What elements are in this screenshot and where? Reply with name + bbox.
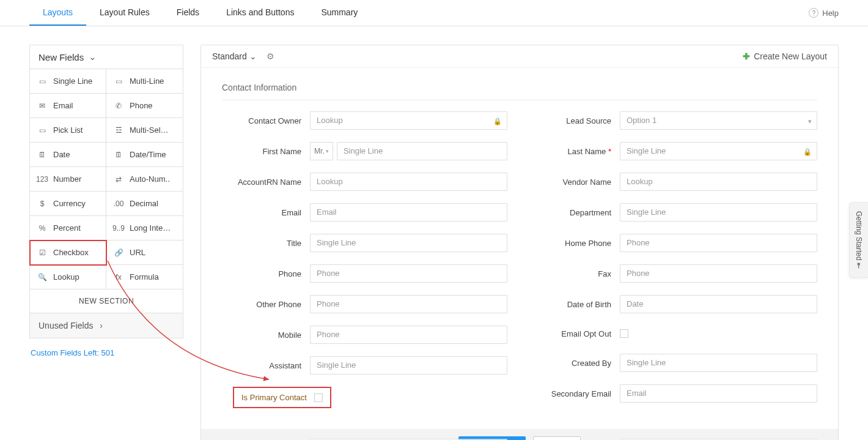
palette-field-phone[interactable]: ✆Phone — [106, 94, 183, 118]
is-primary-checkbox[interactable] — [314, 393, 323, 402]
field-input[interactable]: Option 1 — [620, 111, 817, 130]
field-input[interactable]: Lookup — [620, 173, 817, 191]
field-label: Contact Owner — [222, 116, 301, 125]
field-input[interactable]: Date — [620, 295, 817, 313]
tab-summary[interactable]: Summary — [307, 0, 371, 26]
create-new-layout-button[interactable]: ✚ Create New Layout — [743, 51, 827, 61]
palette-field-url[interactable]: 🔗URL — [106, 241, 183, 265]
form-field: Created BySingle Line — [532, 348, 817, 378]
form-field: PhonePhone — [222, 258, 507, 289]
field-palette: New Fields ⌄ ▭Single Line▭Multi-Line✉Ema… — [29, 45, 183, 367]
email-icon: ✉ — [37, 102, 47, 110]
unused-fields-label: Unused Fields — [39, 321, 94, 330]
plus-icon: ✚ — [743, 51, 750, 61]
palette-field-long-inte-[interactable]: 9..9Long Inte… — [106, 216, 183, 241]
palette-field-label: Pick List — [53, 125, 83, 135]
field-input[interactable]: Single Line — [337, 142, 507, 160]
form-field: Lead SourceOption 1 — [532, 105, 817, 136]
form-field: EmailEmail — [222, 197, 507, 228]
palette-field-currency[interactable]: $Currency — [30, 192, 106, 216]
form-field: Date of BirthDate — [532, 289, 817, 319]
field-input[interactable]: Phone — [620, 234, 817, 252]
phone-icon: ✆ — [114, 102, 123, 110]
lock-icon: 🔒 — [493, 116, 502, 126]
palette-field-checkbox[interactable]: ☑Checkbox — [30, 241, 106, 265]
section-title: Contact Information — [222, 83, 817, 100]
palette-field-auto-num-[interactable]: ⇄Auto-Num.. — [106, 167, 183, 192]
field-label: Phone — [222, 269, 301, 278]
field-input[interactable]: Email — [310, 203, 507, 222]
form-field: First NameMr.Single Line — [222, 136, 507, 166]
field-input[interactable]: Single Line — [620, 354, 817, 372]
palette-field-percent[interactable]: %Percent — [30, 216, 106, 241]
palette-field-multi-line[interactable]: ▭Multi-Line — [106, 69, 183, 94]
custom-fields-count: Custom Fields Left: 501 — [29, 338, 183, 367]
field-label: Vendor Name — [532, 177, 611, 187]
field-label: Mobile — [222, 330, 301, 340]
form-field: Vendor NameLookup — [532, 166, 817, 197]
palette-field-multi-sel-[interactable]: ☲Multi-Sel… — [106, 118, 183, 143]
decimal-icon: .00 — [114, 199, 123, 208]
field-input[interactable]: Single Line — [310, 356, 507, 375]
palette-field-label: Checkbox — [53, 248, 89, 257]
date/time-icon: 🗓 — [114, 151, 123, 159]
palette-field-label: Phone — [130, 101, 153, 110]
palette-field-label: Number — [53, 174, 81, 184]
palette-field-label: Decimal — [130, 199, 158, 208]
layout-selector[interactable]: Standard ⌄ — [212, 51, 256, 61]
palette-field-label: Email — [53, 101, 73, 110]
checkbox-input[interactable] — [620, 329, 628, 338]
palette-field-email[interactable]: ✉Email — [30, 94, 106, 118]
field-input[interactable]: Phone — [310, 326, 507, 344]
form-field: Other PhonePhone — [222, 289, 507, 319]
tab-layouts[interactable]: Layouts — [29, 0, 86, 26]
cancel-button[interactable]: Cancel — [533, 436, 581, 440]
form-field: TitleSingle Line — [222, 228, 507, 258]
palette-field-label: Single Line — [53, 76, 92, 86]
save-button[interactable]: Save Layout — [458, 436, 526, 440]
palette-field-decimal[interactable]: .00Decimal — [106, 192, 183, 216]
new-fields-dropdown[interactable]: New Fields ⌄ — [29, 45, 183, 69]
palette-field-label: Formula — [130, 272, 159, 282]
salutation-select[interactable]: Mr. — [310, 142, 333, 160]
palette-field-lookup[interactable]: 🔍Lookup — [30, 265, 106, 289]
help-link[interactable]: ? Help — [809, 8, 839, 18]
auto-num--icon: ⇄ — [114, 175, 123, 184]
field-label: Email Opt Out — [532, 329, 611, 338]
checkbox-icon: ☑ — [37, 248, 47, 257]
field-label: Title — [222, 239, 301, 248]
field-input[interactable]: Phone — [620, 264, 817, 283]
field-input[interactable]: Lookup🔒 — [310, 111, 507, 130]
palette-field-number[interactable]: 123Number — [30, 167, 106, 192]
field-input[interactable]: Phone — [310, 264, 507, 283]
new-section-item[interactable]: NEW SECTION — [29, 289, 183, 313]
form-field: Contact OwnerLookup🔒 — [222, 105, 507, 136]
field-label: Email — [222, 208, 301, 217]
field-input[interactable]: Single Line — [310, 234, 507, 252]
field-label: Fax — [532, 269, 611, 278]
tab-layout-rules[interactable]: Layout Rules — [86, 0, 163, 26]
tab-links-and-buttons[interactable]: Links and Buttons — [213, 0, 307, 26]
is-primary-label: Is Primary Contact — [241, 393, 307, 402]
gear-icon[interactable]: ⚙ — [267, 51, 274, 61]
field-input[interactable]: Email — [620, 384, 817, 403]
field-input[interactable]: Phone — [310, 295, 507, 313]
palette-field-date[interactable]: 🗓Date — [30, 143, 106, 167]
tab-fields[interactable]: Fields — [163, 0, 213, 26]
multi-sel--icon: ☲ — [114, 126, 123, 135]
field-input[interactable]: Single Line — [620, 203, 817, 222]
palette-field-formula[interactable]: fxFormula — [106, 265, 183, 289]
form-field: AccountRN NameLookup — [222, 166, 507, 197]
form-field: FaxPhone — [532, 258, 817, 289]
getting-started-tab[interactable]: Getting Started ⇤ — [849, 202, 868, 278]
field-label: Lead Source — [532, 116, 611, 125]
palette-field-label: Date/Time — [130, 150, 166, 159]
palette-field-pick-list[interactable]: ▭Pick List — [30, 118, 106, 143]
unused-fields-toggle[interactable]: Unused Fields › — [29, 313, 183, 338]
form-field-is-primary: Is Primary Contact — [222, 381, 507, 414]
field-input[interactable]: Lookup — [310, 173, 507, 191]
palette-field-single-line[interactable]: ▭Single Line — [30, 69, 106, 94]
palette-field-date/time[interactable]: 🗓Date/Time — [106, 143, 183, 167]
tabs-bar: LayoutsLayout RulesFieldsLinks and Butto… — [0, 0, 868, 26]
field-input[interactable]: Single Line🔒 — [620, 142, 817, 160]
